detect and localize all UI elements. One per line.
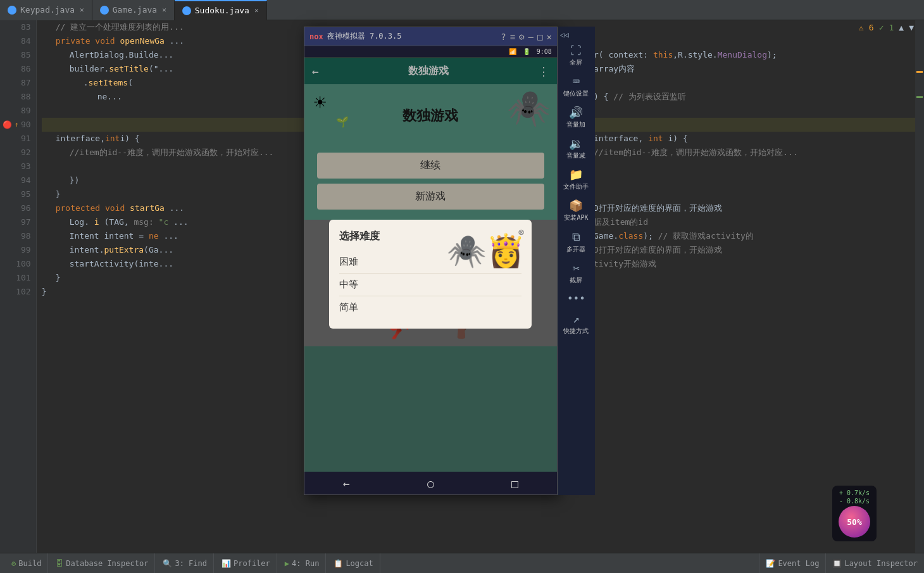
line-102: 102 <box>3 285 31 299</box>
nav-back[interactable]: ← <box>343 477 350 490</box>
balloon-indicator: 50% <box>839 506 870 538</box>
arrow-up[interactable]: ▲ <box>899 23 904 32</box>
right-line-98: Game.class); // 获取游戏activity的 <box>594 229 915 243</box>
bottom-status-bar: ⚙ Build 🗄 Database Inspector 🔍 3: Find 📊… <box>0 553 924 573</box>
emu-close-btn[interactable]: ✕ <box>546 32 551 42</box>
emu-menu-btn[interactable]: ≡ <box>510 32 515 42</box>
sidebar-screenshot[interactable]: ✂ 截屏 <box>558 258 595 288</box>
line-91: 91 <box>3 132 31 146</box>
error-panel: ⚠ 6 ✓ 1 ▲ ▼ <box>859 23 914 32</box>
db-inspector-status[interactable]: 🗄 Database Inspector <box>49 553 155 574</box>
emu-minimize-btn[interactable]: — <box>528 32 534 42</box>
event-log-status[interactable]: 📝 Event Log <box>759 553 825 574</box>
line-92: 92 <box>3 146 31 160</box>
event-log-label: Event Log <box>778 559 819 568</box>
arrow-down[interactable]: ▼ <box>909 23 914 32</box>
difficulty-easy[interactable]: 简单 <box>339 296 521 318</box>
tab-close-keypad[interactable]: ✕ <box>80 6 84 14</box>
tab-sudoku[interactable]: Sudoku.java ✕ <box>175 0 267 20</box>
right-line-94 <box>594 173 915 187</box>
profiler-icon: 📊 <box>222 559 231 568</box>
error-mark-2 <box>916 96 923 98</box>
sidebar-prev[interactable]: ◁◁ <box>560 30 569 39</box>
line-94: 94 <box>3 173 31 187</box>
run-label: 4: Run <box>292 559 319 568</box>
keyboard-icon: ⌨ <box>573 75 580 88</box>
tab-label-game: Game.java <box>113 5 157 15</box>
tab-keypad[interactable]: Keypad.java ✕ <box>0 0 92 20</box>
right-line-100: tivity开始游戏 <box>594 257 915 271</box>
line-numbers: 83 84 85 86 87 88 89 🔴 ↑ 90 91 92 93 94 … <box>0 20 37 553</box>
layout-inspector-status[interactable]: 🔲 Layout Inspector <box>825 553 924 574</box>
logcat-label: Logcat <box>346 559 373 568</box>
emu-help-btn[interactable]: ? <box>501 32 506 42</box>
apk-label: 安装APK <box>564 213 588 222</box>
arrow-icon: ↑ <box>15 118 18 132</box>
ok-count: 1 <box>889 23 894 32</box>
line-89: 89 <box>3 104 31 118</box>
battery-icon: 🔋 <box>523 48 530 55</box>
line-84: 84 <box>3 34 31 48</box>
sidebar-fullscreen[interactable]: ⛶ 全屏 <box>558 41 595 70</box>
tab-close-game[interactable]: ✕ <box>162 6 166 14</box>
sidebar-keyboard[interactable]: ⌨ 键位设置 <box>558 72 595 101</box>
multi-icon: ⧉ <box>572 230 580 244</box>
nav-home[interactable]: ○ <box>427 477 434 490</box>
status-right: 📝 Event Log 🔲 Layout Inspector <box>759 553 924 574</box>
vol-down-label: 音量减 <box>566 151 585 160</box>
sidebar-more[interactable]: ••• <box>558 289 595 308</box>
char-1: 🕷️ <box>447 232 486 269</box>
char-2: 👸 <box>486 232 525 269</box>
difficulty-dialog: 选择难度 ⊗ 🕷️ 👸 困难 中等 简单 <box>329 220 532 329</box>
run-status[interactable]: ▶ 4: Run <box>278 553 327 574</box>
tab-game[interactable]: Game.java ✕ <box>92 0 175 20</box>
right-line-102 <box>594 285 915 299</box>
right-line-97: 据及item的id <box>594 215 915 229</box>
sidebar-multi[interactable]: ⧉ 多开器 <box>558 227 595 257</box>
right-line-93 <box>594 160 915 173</box>
right-line-90 <box>594 118 915 132</box>
line-83: 83 <box>3 20 31 34</box>
tab-label-keypad: Keypad.java <box>20 5 75 15</box>
right-line-84 <box>594 34 915 48</box>
layout-icon: 🔲 <box>832 559 842 568</box>
vol-up-label: 音量加 <box>566 120 585 129</box>
build-icon: ⚙ <box>11 559 16 568</box>
dialog-characters: 🕷️ 👸 <box>447 232 525 269</box>
run-icon: ▶ <box>285 559 289 568</box>
tab-icon-game <box>100 6 109 15</box>
sidebar-vol-up[interactable]: 🔊 音量加 <box>558 103 595 132</box>
profiler-status[interactable]: 📊 Profiler <box>215 553 277 574</box>
emulator-status-bar: 📶 🔋 9:08 <box>304 46 557 58</box>
net-down-speed: - 0.8k/s <box>839 498 870 505</box>
line-86: 86 <box>3 62 31 76</box>
emu-maximize-btn[interactable]: □ <box>537 32 542 42</box>
difficulty-medium[interactable]: 中等 <box>339 274 521 296</box>
find-icon: 🔍 <box>163 559 172 568</box>
multi-label: 多开器 <box>566 245 585 254</box>
sidebar-vol-down[interactable]: 🔉 音量减 <box>558 134 595 163</box>
right-line-101 <box>594 271 915 285</box>
build-label: Build <box>18 559 41 568</box>
tab-bar: Keypad.java ✕ Game.java ✕ Sudoku.java ✕ <box>0 0 924 20</box>
time-display: 9:08 <box>537 48 552 55</box>
sidebar-shortcut[interactable]: ↗ 快捷方式 <box>558 309 595 339</box>
emu-settings-btn[interactable]: ⚙ <box>519 32 524 42</box>
warning-count: 6 <box>869 23 874 32</box>
sidebar-apk[interactable]: 📦 安装APK <box>558 196 595 225</box>
keyboard-label: 键位设置 <box>563 89 589 98</box>
screenshot-label: 截屏 <box>570 276 582 285</box>
line-97: 97 <box>3 215 31 229</box>
nav-recent[interactable]: □ <box>511 477 518 490</box>
line-101: 101 <box>3 271 31 285</box>
build-status[interactable]: ⚙ Build <box>5 553 48 574</box>
tab-close-sudoku[interactable]: ✕ <box>254 6 259 15</box>
emulator-sidebar: ◁◁ ⛶ 全屏 ⌨ 键位设置 🔊 音量加 🔉 音量减 📁 文件助手 📦 安装AP… <box>558 27 595 495</box>
db-icon: 🗄 <box>56 559 63 568</box>
difficulty-dialog-overlay: 选择难度 ⊗ 🕷️ 👸 困难 中等 简单 <box>304 58 557 472</box>
find-status[interactable]: 🔍 3: Find <box>156 553 214 574</box>
logcat-status[interactable]: 📋 Logcat <box>327 553 380 574</box>
sidebar-file[interactable]: 📁 文件助手 <box>558 165 595 194</box>
fullscreen-label: 全屏 <box>570 58 582 67</box>
right-line-86: array内容 <box>594 62 915 76</box>
